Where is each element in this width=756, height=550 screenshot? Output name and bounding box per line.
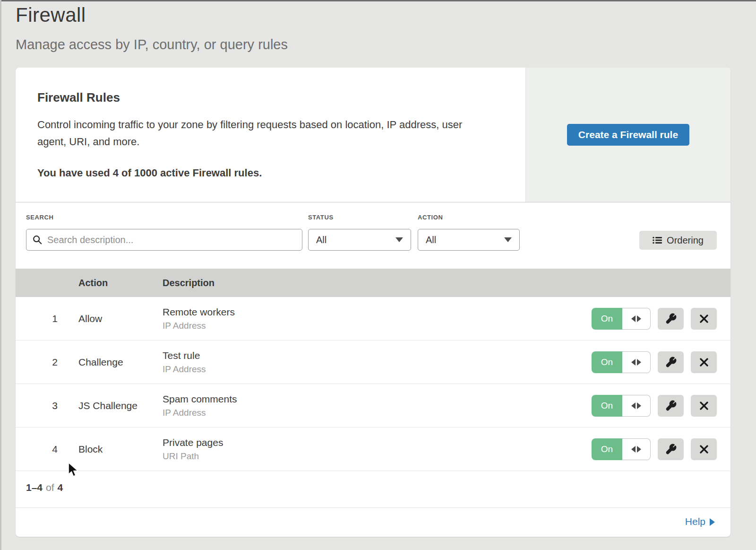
rule-match-field: IP Address <box>163 364 206 375</box>
delete-rule-button[interactable] <box>691 308 717 330</box>
action-select-value: All <box>426 235 436 245</box>
action-label: ACTION <box>418 214 443 221</box>
delete-rule-button[interactable] <box>691 395 717 417</box>
toggle-arrows-icon <box>637 446 641 453</box>
ordering-button[interactable]: Ordering <box>639 231 717 250</box>
status-select-value: All <box>316 235 326 245</box>
rule-description-title: Test rule <box>163 350 206 361</box>
help-link-label: Help <box>685 516 705 527</box>
toggle-handle[interactable] <box>622 438 651 460</box>
rule-priority: 1 <box>46 313 63 324</box>
rule-enabled-toggle[interactable]: On <box>592 438 651 460</box>
rule-priority: 3 <box>46 400 63 411</box>
rules-table-body: 1 Allow Remote workers IP Address On <box>16 297 730 471</box>
rule-match-field: URI Path <box>163 451 223 462</box>
firewall-rules-info: Firewall Rules Control incoming traffic … <box>16 68 525 202</box>
rules-usage-note: You have used 4 of 1000 active Firewall … <box>37 167 497 179</box>
rule-description: Remote workers IP Address <box>163 306 235 331</box>
rule-description: Private pages URI Path <box>163 437 223 462</box>
rule-match-field: IP Address <box>163 321 235 331</box>
rule-row: 1 Allow Remote workers IP Address On <box>16 297 730 340</box>
help-bar: Help <box>16 507 730 537</box>
toggle-arrows-icon <box>631 359 636 366</box>
edit-rule-button[interactable] <box>658 308 684 330</box>
close-icon <box>699 357 709 367</box>
close-icon <box>699 401 709 411</box>
pagination-separator: of <box>46 482 54 493</box>
toggle-arrows-icon <box>637 359 641 366</box>
rule-match-field: IP Address <box>163 408 237 418</box>
chevron-down-icon <box>504 237 512 242</box>
rule-description-title: Remote workers <box>163 306 235 318</box>
wrench-icon <box>665 444 677 455</box>
pagination-range: 1–4 <box>26 482 43 493</box>
toggle-arrows-icon <box>637 315 641 322</box>
help-link[interactable]: Help <box>685 516 715 527</box>
rules-section-description: Control incoming traffic to your zone by… <box>37 116 486 150</box>
rule-action: JS Challenge <box>78 400 137 411</box>
page-subtitle: Manage access by IP, country, or query r… <box>16 37 288 52</box>
firewall-rules-section: Firewall Rules Control incoming traffic … <box>16 68 730 202</box>
toggle-on-segment[interactable]: On <box>592 438 622 460</box>
wrench-icon <box>665 313 677 324</box>
window-left-edge <box>0 0 1 550</box>
column-header-action: Action <box>78 269 108 297</box>
delete-rule-button[interactable] <box>691 351 717 373</box>
rule-priority: 4 <box>46 444 63 455</box>
rule-enabled-toggle[interactable]: On <box>592 395 651 417</box>
search-icon <box>32 235 43 245</box>
column-header-description: Description <box>163 269 215 297</box>
action-select[interactable]: All <box>418 229 520 251</box>
pagination-status: 1–4of4 <box>26 482 63 493</box>
create-rule-panel: Create a Firewall rule <box>525 68 730 202</box>
close-icon <box>699 314 709 324</box>
toggle-on-segment[interactable]: On <box>592 308 622 330</box>
rule-enabled-toggle[interactable]: On <box>592 308 651 330</box>
search-label: SEARCH <box>26 214 54 221</box>
edit-rule-button[interactable] <box>658 438 684 460</box>
rules-table-header: Action Description <box>16 269 730 297</box>
close-icon <box>699 444 709 454</box>
status-label: STATUS <box>308 214 334 221</box>
status-select[interactable]: All <box>308 229 411 251</box>
window-top-edge <box>0 0 756 1</box>
toggle-arrows-icon <box>631 446 636 453</box>
rule-description-title: Spam comments <box>163 393 237 405</box>
toggle-arrows-icon <box>631 315 636 322</box>
search-field-wrap <box>26 229 302 251</box>
pagination-total: 4 <box>58 482 63 493</box>
search-input[interactable] <box>26 229 302 251</box>
rule-action: Allow <box>78 313 102 324</box>
edit-rule-button[interactable] <box>658 395 684 417</box>
ordering-button-label: Ordering <box>667 235 704 246</box>
rule-description: Spam comments IP Address <box>163 393 237 418</box>
wrench-icon <box>665 357 677 368</box>
toggle-arrows-icon <box>631 402 636 409</box>
rule-enabled-toggle[interactable]: On <box>592 351 651 373</box>
page-title: Firewall <box>16 4 86 26</box>
rule-description-title: Private pages <box>163 437 223 448</box>
toggle-handle[interactable] <box>622 395 651 417</box>
filter-bar: SEARCH STATUS All ACTION All Ordering <box>16 202 730 269</box>
wrench-icon <box>665 400 677 411</box>
create-firewall-rule-button[interactable]: Create a Firewall rule <box>567 124 689 146</box>
toggle-on-segment[interactable]: On <box>592 395 622 417</box>
rule-priority: 2 <box>46 357 63 368</box>
rule-row: 4 Block Private pages URI Path On <box>16 428 730 471</box>
firewall-card: Firewall Rules Control incoming traffic … <box>16 68 730 537</box>
toggle-handle[interactable] <box>622 308 651 330</box>
rule-row: 2 Challenge Test rule IP Address On <box>16 340 730 384</box>
chevron-down-icon <box>395 237 403 242</box>
rule-row: 3 JS Challenge Spam comments IP Address … <box>16 384 730 428</box>
toggle-handle[interactable] <box>622 351 651 373</box>
edit-rule-button[interactable] <box>658 351 684 373</box>
toggle-arrows-icon <box>637 402 641 409</box>
ordering-list-icon <box>653 236 662 244</box>
rule-action: Block <box>78 444 103 455</box>
rule-description: Test rule IP Address <box>163 350 206 375</box>
delete-rule-button[interactable] <box>691 438 717 460</box>
rule-action: Challenge <box>78 357 123 368</box>
help-arrow-icon <box>710 518 715 526</box>
toggle-on-segment[interactable]: On <box>592 351 622 373</box>
rules-section-title: Firewall Rules <box>37 90 497 105</box>
